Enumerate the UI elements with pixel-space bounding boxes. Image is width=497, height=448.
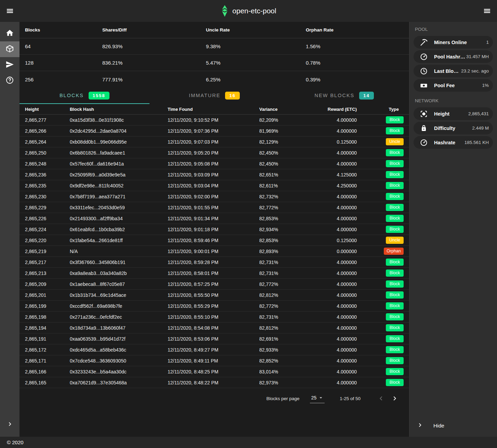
sidebar-item-payments[interactable]	[0, 57, 19, 73]
cell-type: Block	[357, 160, 409, 168]
cell-type: Block	[357, 259, 409, 266]
cell-hash: 0xaa063539...b95d41d72f	[64, 336, 162, 342]
table-row[interactable]: 2,865,264 0xb08dd0b1...99e066d95e 12/11/…	[19, 136, 409, 147]
cell-time: 12/11/2020, 8:55:50 PM	[162, 292, 254, 298]
table-row[interactable]: 2,865,172 0xdc465d5a...a58beb436c 12/11/…	[19, 344, 409, 355]
table-row[interactable]: 2,865,165 0xa70621d9...37e305468a 12/11/…	[19, 377, 409, 388]
table-row[interactable]: 2,865,217 0x3f367660...345806b191 12/11/…	[19, 257, 409, 268]
cell-type: Block	[357, 346, 409, 354]
table-row[interactable]: 2,865,236 0x25095f69...a0d39e9e5a 12/11/…	[19, 169, 409, 180]
cell-reward: 4.125000	[309, 172, 357, 177]
cell-type: Block	[357, 302, 409, 310]
cell-height: 2,865,194	[19, 325, 64, 331]
tabs-bar: BLOCKS 1558 IMMATURE 16 NEW BLOCKS 14	[19, 88, 409, 104]
cell-variance: 82,812%	[254, 292, 309, 298]
cell-time: 12/11/2020, 9:00:01 PM	[162, 249, 254, 254]
cell-variance: 82,934%	[254, 227, 309, 232]
cell-reward: 4.000000	[309, 281, 357, 287]
table-row[interactable]: 2,865,229 0x3311efec...20453d0e59 12/11/…	[19, 202, 409, 213]
top-app-bar: open-etc-pool	[0, 0, 497, 22]
cell-variance: 82,731%	[254, 260, 309, 265]
cell-variance: 82,853%	[254, 216, 309, 221]
table-row[interactable]: 2,865,235 0x9df2e98e...811fc40052 12/11/…	[19, 180, 409, 191]
footer: © 2020	[0, 437, 497, 448]
tab-blocks[interactable]: BLOCKS 1558	[19, 88, 149, 104]
table-row[interactable]: 2,865,199 0xccdf562f...69a698b7fe 12/11/…	[19, 301, 409, 312]
cell-hash: 0xa15d3f38...0e31f1908c	[64, 117, 162, 123]
table-row[interactable]: 2,865,209 0x1aebeca8...8f67c05e87 12/11/…	[19, 279, 409, 290]
cell-type: Block	[357, 280, 409, 288]
clock-icon	[420, 67, 428, 75]
table-row[interactable]: 2,865,201 0x1b31b734...69c1d45ace 12/11/…	[19, 290, 409, 301]
cell-type: Block	[357, 204, 409, 211]
cell-type: Block	[357, 171, 409, 179]
help-icon	[5, 76, 14, 86]
chevron-right-icon	[6, 420, 14, 429]
app-root: open-etc-pool Blocks Shares/Diff Uncle R…	[0, 0, 497, 448]
cell-hash: 0x3f367660...345806b191	[64, 260, 162, 265]
table-row[interactable]: 2,865,250 0x6b801826...fa9adcaee1 12/11/…	[19, 147, 409, 158]
cell-time: 12/11/2020, 8:49:27 PM	[162, 347, 254, 353]
hide-label: Hide	[433, 423, 444, 429]
sidebar-item-help[interactable]	[0, 73, 19, 89]
table-row[interactable]: 2,865,248 0x57fec60f...da616e941a 12/11/…	[19, 158, 409, 169]
cell-variance: 82,732%	[254, 194, 309, 199]
cell-time: 12/11/2020, 9:05:08 PM	[162, 161, 254, 167]
cell-height: 2,865,277	[19, 117, 64, 123]
cell-hash: N/A	[64, 249, 162, 254]
cell-variance: 82,651%	[254, 172, 309, 177]
cell-height: 2,865,236	[19, 172, 64, 177]
cell-reward: 4.000000	[309, 314, 357, 320]
table-row[interactable]: 2,865,266 0x2dc4295d...2dae0a8704 12/11/…	[19, 126, 409, 136]
cell-hash: 0x7b8f7199...aea377a271	[64, 194, 162, 199]
cell-reward: 0.000000	[309, 249, 357, 254]
cell-time: 12/11/2020, 8:55:29 PM	[162, 303, 254, 309]
sidebar-item-home[interactable]	[0, 26, 19, 41]
type-chip: Block	[386, 127, 404, 135]
table-row[interactable]: 2,865,213 0xa9a8eab3...03a340a82b 12/11/…	[19, 268, 409, 279]
type-chip: Block	[386, 204, 404, 211]
cell-time: 12/11/2020, 9:07:03 PM	[162, 139, 254, 145]
table-row[interactable]: 2,865,220 0x1fabe54a...2661de81ff 12/11/…	[19, 235, 409, 246]
cell-hash: 0x1fabe54a...2661de81ff	[64, 238, 162, 243]
table-row[interactable]: 2,865,226 0x21493300...af2ff9ba34 12/11/…	[19, 213, 409, 224]
cell-reward: 4.000000	[309, 150, 357, 156]
per-page-select[interactable]: 25	[310, 394, 325, 403]
cell-reward: 4.000000	[309, 347, 357, 353]
cell-reward: 4.000000	[309, 205, 357, 210]
type-chip: Block	[386, 302, 404, 310]
tab-new-blocks[interactable]: NEW BLOCKS 14	[279, 88, 409, 104]
cell-variance: 82,893%	[254, 249, 309, 254]
rail-expand-button[interactable]	[0, 417, 19, 433]
cell-time: 12/11/2020, 9:01:18 PM	[162, 227, 254, 232]
table-row[interactable]: 2,865,224 0x61eabfcd...1b0cba39b2 12/11/…	[19, 224, 409, 235]
sidebar-item-blocks[interactable]	[0, 41, 19, 57]
tab-immature[interactable]: IMMATURE 16	[149, 88, 279, 104]
table-row[interactable]: 2,865,194 0x18d734a9...13b6060f47 12/11/…	[19, 322, 409, 333]
type-chip: Block	[386, 313, 404, 321]
table-row[interactable]: 2,865,171 0x7cdce548...3636093050 12/11/…	[19, 355, 409, 366]
table-row[interactable]: 2,865,198 0x271a236c...0efcfdf2ec 12/11/…	[19, 312, 409, 322]
cell-hash: 0xdc465d5a...a58beb436c	[64, 347, 162, 353]
cell-type: Block	[357, 226, 409, 233]
cell-height: 2,865,171	[19, 358, 64, 364]
cell-reward: 4.000000	[309, 292, 357, 298]
menu-icon[interactable]	[3, 4, 17, 18]
menu-icon-right[interactable]	[480, 4, 494, 18]
cell-reward: 4.000000	[309, 161, 357, 167]
main-content: Blocks Shares/Diff Uncle Rate Orphan Rat…	[19, 22, 409, 437]
cell-height: 2,865,172	[19, 347, 64, 353]
cell-variance: 82,731%	[254, 314, 309, 320]
table-row[interactable]: 2,865,230 0x7b8f7199...aea377a271 12/11/…	[19, 191, 409, 202]
cell-height: 2,865,266	[19, 128, 64, 134]
stats-row: 256 777.91% 6.25% 0.39%	[19, 71, 409, 88]
hide-panel-button[interactable]: Hide	[409, 415, 497, 437]
table-row[interactable]: 2,865,219 N/A 12/11/2020, 9:00:01 PM 82,…	[19, 246, 409, 257]
prev-page-button[interactable]	[374, 392, 388, 405]
cell-hash: 0xa70621d9...37e305468a	[64, 380, 162, 385]
table-row[interactable]: 2,865,191 0xaa063539...b95d41d72f 12/11/…	[19, 333, 409, 344]
table-row[interactable]: 2,865,166 0x3233243e...b5a4aa30dc 12/11/…	[19, 366, 409, 377]
cell-time: 12/11/2020, 8:53:06 PM	[162, 336, 254, 342]
table-row[interactable]: 2,865,277 0xa15d3f38...0e31f1908c 12/11/…	[19, 115, 409, 126]
next-page-button[interactable]	[388, 392, 402, 405]
